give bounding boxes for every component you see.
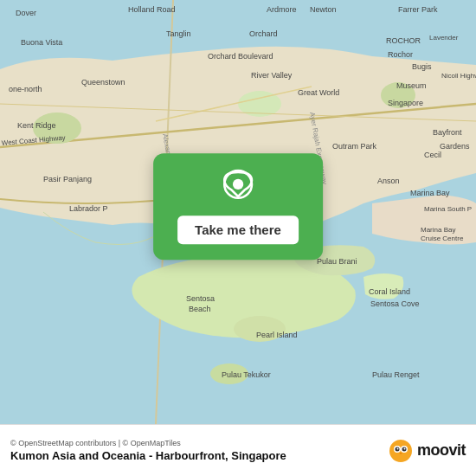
svg-text:Pulau Brani: Pulau Brani	[317, 257, 357, 266]
svg-text:Buona Vista: Buona Vista	[21, 38, 62, 47]
svg-text:Marina Bay: Marina Bay	[421, 226, 455, 234]
svg-text:Sentosa: Sentosa	[186, 294, 215, 303]
svg-text:Bayfront: Bayfront	[433, 128, 462, 137]
svg-text:River Valley: River Valley	[251, 71, 293, 80]
svg-text:one-north: one-north	[9, 85, 42, 93]
svg-text:Ardmore: Ardmore	[267, 5, 297, 14]
svg-text:Gardens: Gardens	[440, 142, 470, 151]
svg-text:Pasir Panjang: Pasir Panjang	[43, 175, 92, 183]
svg-text:Pulau Tekukor: Pulau Tekukor	[222, 370, 271, 379]
svg-text:Pearl Island: Pearl Island	[256, 331, 298, 339]
svg-text:Lavender: Lavender	[429, 34, 459, 42]
svg-text:Holland Road: Holland Road	[128, 5, 176, 14]
moovit-icon	[389, 439, 413, 463]
moovit-text: moovit	[417, 441, 466, 460]
svg-text:Outram Park: Outram Park	[332, 142, 377, 151]
svg-text:Rochor: Rochor	[388, 50, 413, 59]
map-container[interactable]: Dover Holland Road Ardmore Newton Farrer…	[0, 0, 476, 424]
svg-text:Cecil: Cecil	[424, 151, 441, 159]
svg-text:Queenstown: Queenstown	[81, 78, 125, 87]
svg-text:Marina Bay: Marina Bay	[410, 189, 450, 197]
svg-text:Tanglin: Tanglin	[166, 29, 191, 38]
location-card: Take me there	[153, 153, 323, 260]
map-attribution: © OpenStreetMap contributors | © OpenMap…	[10, 439, 286, 447]
bottom-info: © OpenStreetMap contributors | © OpenMap…	[10, 439, 286, 462]
svg-text:Anson: Anson	[377, 177, 400, 185]
svg-text:Marina South P: Marina South P	[424, 205, 472, 213]
svg-text:Nicoll Highw: Nicoll Highw	[441, 72, 476, 80]
svg-text:Coral Island: Coral Island	[369, 287, 410, 296]
moovit-logo[interactable]: moovit	[389, 439, 466, 463]
svg-point-56	[389, 440, 412, 462]
svg-text:Singapore: Singapore	[388, 99, 423, 107]
bottom-bar: © OpenStreetMap contributors | © OpenMap…	[0, 424, 476, 476]
svg-text:Pulau Renget: Pulau Renget	[372, 370, 420, 379]
svg-text:Dover: Dover	[16, 9, 36, 17]
svg-text:Newton: Newton	[310, 5, 337, 14]
svg-text:Cruise Centre: Cruise Centre	[421, 235, 464, 242]
svg-text:Farrer Park: Farrer Park	[398, 5, 438, 14]
location-name: Kumon Asia and Oceania - Harbourfront, S…	[10, 449, 286, 462]
svg-point-62	[403, 447, 405, 449]
svg-text:Sentosa Cove: Sentosa Cove	[370, 299, 420, 308]
svg-text:Great World: Great World	[298, 88, 339, 97]
svg-text:Orchard Boulevard: Orchard Boulevard	[208, 52, 273, 61]
svg-text:Museum: Museum	[396, 81, 427, 90]
svg-text:Kent Ridge: Kent Ridge	[17, 121, 56, 130]
svg-point-61	[396, 447, 398, 449]
svg-text:Labrador P: Labrador P	[69, 204, 108, 213]
svg-point-55	[233, 179, 243, 190]
svg-text:ROCHOR: ROCHOR	[386, 36, 421, 45]
take-me-there-button[interactable]: Take me there	[177, 215, 299, 244]
svg-text:Orchard: Orchard	[249, 29, 278, 38]
location-pin-icon	[219, 169, 257, 207]
svg-text:Bugis: Bugis	[412, 62, 432, 71]
svg-text:Beach: Beach	[189, 305, 211, 313]
